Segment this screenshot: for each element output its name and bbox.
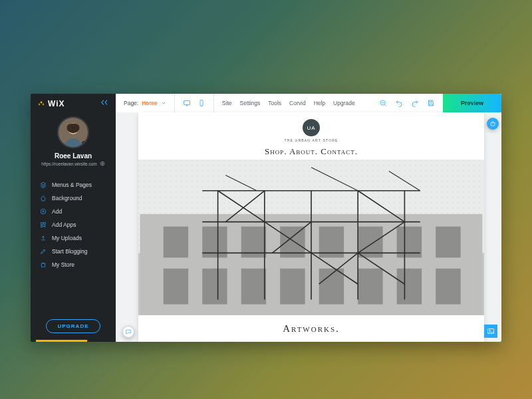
brand-row: WiX [31, 94, 116, 112]
layers-icon [40, 182, 47, 188]
svg-rect-16 [241, 269, 266, 305]
collapse-icon [100, 98, 109, 107]
sidebar-item-label: Menus & Pages [52, 182, 92, 188]
droplet-icon [40, 195, 47, 201]
chat-icon [125, 329, 132, 335]
menu-settings[interactable]: Settings [240, 100, 261, 106]
site-logo-text: UA [307, 125, 315, 131]
mobile-icon[interactable] [198, 99, 205, 107]
bag-icon [40, 261, 47, 268]
basket-icon [489, 120, 496, 127]
user-card: Roee Lavan https://roeelavan.wixsite.com [31, 112, 116, 172]
page-value: Home [142, 100, 158, 106]
svg-rect-17 [280, 269, 305, 305]
device-switch [175, 94, 214, 112]
status-dot-icon [82, 141, 87, 146]
chat-button[interactable] [122, 326, 134, 338]
svg-point-31 [489, 330, 491, 331]
svg-rect-29 [436, 227, 460, 258]
menu-help[interactable]: Help [314, 100, 325, 106]
svg-rect-6 [41, 223, 43, 225]
sidebar-item-label: Add Apps [52, 221, 76, 228]
svg-rect-21 [436, 269, 460, 305]
svg-rect-22 [164, 227, 188, 258]
upload-icon [40, 235, 47, 241]
image-tool-button[interactable] [484, 325, 497, 338]
accent-bar [36, 340, 87, 342]
site-canvas[interactable]: UA The urban art store Shop. About. Cont… [138, 112, 484, 342]
site-hero: UA The urban art store Shop. About. Cont… [138, 112, 484, 342]
menu-corvid[interactable]: Corvid [289, 100, 306, 106]
site-tagline: The urban art store [138, 138, 484, 142]
top-toolbar [371, 99, 443, 107]
app-window: WiX Roee Lavan https [31, 94, 501, 342]
main: Page: Home Site Settings Tools Corvid He… [116, 94, 501, 342]
svg-rect-14 [164, 269, 188, 305]
svg-rect-8 [41, 225, 43, 227]
zoom-out-icon[interactable] [379, 99, 387, 107]
svg-rect-9 [184, 101, 190, 105]
sidebar: WiX Roee Lavan https [31, 94, 116, 342]
cart-button[interactable] [487, 118, 499, 130]
sidebar-item-background[interactable]: Background [40, 192, 109, 205]
section-title: Artworks. [138, 315, 484, 342]
sidebar-item-label: My Store [52, 261, 74, 268]
hero-image [138, 160, 484, 315]
sidebar-item-label: Start Blogging [52, 248, 87, 255]
top-menu: Site Settings Tools Corvid Help Upgrade [214, 100, 371, 106]
collapse-sidebar-button[interactable] [100, 98, 109, 110]
upgrade-button[interactable]: UPGRADE [46, 319, 100, 333]
topbar: Page: Home Site Settings Tools Corvid He… [116, 94, 501, 112]
save-icon[interactable] [427, 99, 435, 107]
preview-button[interactable]: Preview [443, 94, 501, 112]
building-illustration [138, 160, 484, 315]
site-nav[interactable]: Shop. About. Contact. [138, 146, 484, 157]
menu-site[interactable]: Site [222, 100, 232, 106]
sidebar-item-my-store[interactable]: My Store [40, 258, 109, 271]
brand-mark-icon [37, 100, 45, 108]
user-name: Roee Lavan [55, 152, 92, 160]
globe-icon [100, 161, 105, 166]
sidebar-item-my-uploads[interactable]: My Uploads [40, 231, 109, 245]
page-selector[interactable]: Page: Home [116, 94, 175, 112]
desktop-icon[interactable] [183, 99, 191, 107]
sidebar-item-menus-pages[interactable]: Menus & Pages [40, 178, 109, 192]
svg-rect-7 [44, 223, 46, 225]
user-url-row: https://roeelavan.wixsite.com [41, 161, 104, 166]
sidebar-nav: Menus & Pages Background Add Add Apps My… [31, 172, 116, 313]
chevron-down-icon [161, 100, 166, 106]
page-label: Page: [124, 100, 138, 106]
sidebar-item-label: Add [52, 208, 62, 215]
svg-rect-15 [202, 269, 227, 305]
apps-icon [40, 221, 47, 228]
svg-rect-19 [358, 269, 382, 305]
sidebar-item-label: My Uploads [52, 235, 82, 241]
brand: WiX [37, 99, 65, 108]
plus-circle-icon [40, 208, 47, 215]
sidebar-item-start-blogging[interactable]: Start Blogging [40, 245, 109, 258]
site-logo[interactable]: UA [303, 119, 320, 136]
sidebar-item-label: Background [52, 195, 82, 201]
avatar[interactable] [57, 116, 89, 148]
pen-icon [40, 248, 47, 255]
sidebar-item-add-apps[interactable]: Add Apps [40, 218, 109, 231]
canvas-area: UA The urban art store Shop. About. Cont… [116, 112, 501, 342]
svg-rect-20 [397, 269, 422, 305]
menu-upgrade[interactable]: Upgrade [333, 100, 355, 106]
undo-icon[interactable] [395, 99, 403, 107]
sidebar-item-add[interactable]: Add [40, 205, 109, 218]
user-url[interactable]: https://roeelavan.wixsite.com [41, 162, 96, 166]
menu-tools[interactable]: Tools [268, 100, 281, 106]
image-icon [487, 327, 495, 335]
redo-icon[interactable] [411, 99, 419, 107]
brand-name: WiX [48, 99, 65, 108]
